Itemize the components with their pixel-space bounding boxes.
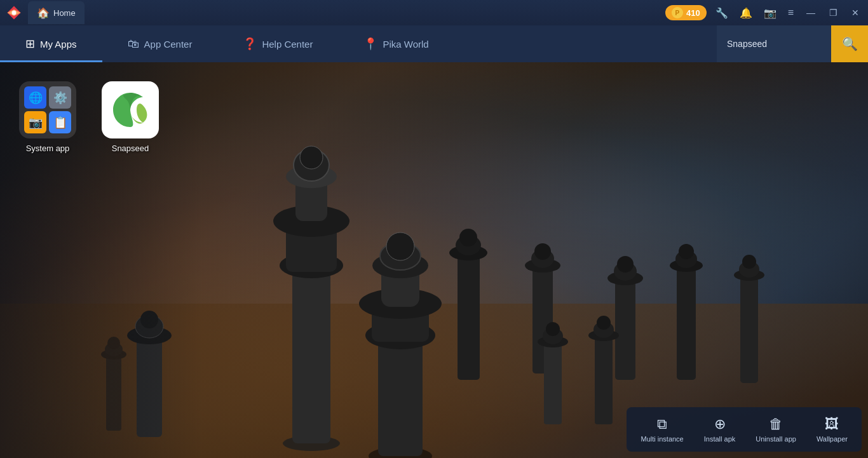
search-button[interactable]: 🔍 [831,25,868,62]
multi-instance-label: Multi instance [641,435,683,443]
multi-instance-icon: ⧉ [657,416,667,433]
points-value: 410 [686,8,700,18]
uninstall-app-button[interactable]: 🗑 Uninstall app [747,411,805,448]
app-item-system[interactable]: 🌐 ⚙️ 📷 📋 System app [19,81,76,153]
apps-grid: 🌐 ⚙️ 📷 📋 System app Snapseed [19,81,159,153]
snapseed-icon [102,81,159,138]
system-app-label: System app [26,144,70,153]
app-item-snapseed[interactable]: Snapseed [102,81,159,153]
title-bar: 🏠 Home P 410 🔧 🔔 📷 ≡ — ❐ ✕ [0,0,868,25]
tab-help-center[interactable]: ❓ Help Center [217,25,338,62]
install-apk-icon: ⊕ [714,416,726,433]
bluestacks-logo [5,4,23,22]
restore-button[interactable]: ❐ [825,5,841,20]
sys-icon-notes: 📋 [49,111,71,133]
system-app-icon: 🌐 ⚙️ 📷 📋 [19,81,76,138]
install-apk-button[interactable]: ⊕ Install apk [695,411,745,448]
wallpaper-icon: 🖼 [825,416,839,433]
main-content: 🌐 ⚙️ 📷 📋 System app Snapseed ⧉ [0,62,868,458]
wallpaper-button[interactable]: 🖼 Wallpaper [808,411,857,448]
settings-icon[interactable]: 🔧 [713,4,731,22]
app-center-label: App Center [144,39,193,50]
minimize-button[interactable]: — [803,5,819,20]
uninstall-app-icon: 🗑 [769,416,783,433]
home-tab-label: Home [53,8,76,18]
nav-bar: ⊞ My Apps 🛍 App Center ❓ Help Center 📍 P… [0,25,868,62]
my-apps-label: My Apps [40,39,77,50]
points-badge[interactable]: P 410 [665,5,707,20]
tab-pika-world[interactable]: 📍 Pika World [338,25,454,62]
sys-icon-settings: ⚙️ [49,86,71,109]
tab-app-center[interactable]: 🛍 App Center [102,25,218,62]
sys-icon-browser: 🌐 [24,86,46,109]
close-button[interactable]: ✕ [848,5,863,20]
search-input[interactable] [717,25,831,62]
my-apps-icon: ⊞ [25,37,35,51]
snapseed-label: Snapseed [112,144,149,153]
home-tab[interactable]: 🏠 Home [28,1,85,24]
camera-icon[interactable]: 📷 [761,4,779,22]
sys-icon-camera: 📷 [24,111,46,133]
home-icon: 🏠 [37,7,50,19]
notification-icon[interactable]: 🔔 [737,4,755,22]
install-apk-label: Install apk [704,435,736,443]
tab-my-apps[interactable]: ⊞ My Apps [0,25,102,62]
svg-point-2 [12,11,17,15]
points-coin: P [672,7,683,18]
uninstall-app-label: Uninstall app [756,435,796,443]
search-bar: 🔍 [717,25,868,62]
app-center-icon: 🛍 [128,37,139,51]
pika-world-label: Pika World [383,39,428,50]
title-bar-controls: P 410 🔧 🔔 📷 ≡ — ❐ ✕ [665,4,863,22]
pika-world-icon: 📍 [363,37,377,51]
help-center-icon: ❓ [243,37,257,51]
help-center-label: Help Center [262,39,313,50]
menu-icon[interactable]: ≡ [785,4,796,21]
wallpaper-label: Wallpaper [817,435,848,443]
bottom-toolbar: ⧉ Multi instance ⊕ Install apk 🗑 Uninsta… [627,407,862,452]
multi-instance-button[interactable]: ⧉ Multi instance [632,411,692,448]
